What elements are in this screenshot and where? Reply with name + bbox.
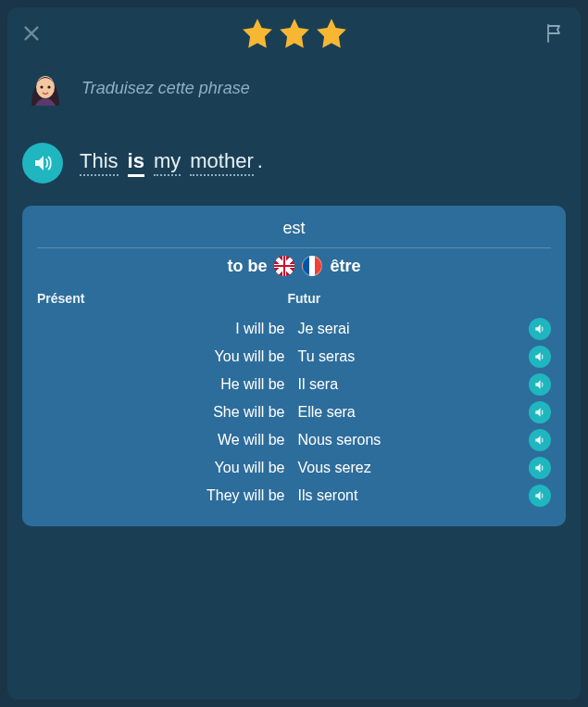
speaker-icon bbox=[31, 152, 54, 174]
avatar-image bbox=[22, 65, 69, 111]
play-conjugation-button[interactable] bbox=[529, 346, 551, 368]
svg-point-1 bbox=[36, 76, 55, 98]
speaker-icon bbox=[533, 378, 546, 391]
svg-point-2 bbox=[40, 85, 43, 88]
conjugation-french: Vous serez bbox=[294, 460, 530, 476]
conjugation-french: Nous serons bbox=[294, 432, 530, 448]
conjugation-row: She will beElle sera bbox=[37, 398, 551, 426]
conjugation-row: You will beTu seras bbox=[37, 343, 551, 371]
verb-target: être bbox=[330, 257, 360, 276]
modal-header bbox=[7, 7, 581, 59]
sentence-row: Thisismymother. bbox=[7, 111, 581, 200]
speaker-icon bbox=[533, 350, 546, 363]
tense-tab-present[interactable]: Présent bbox=[37, 291, 283, 306]
fr-flag-icon bbox=[302, 256, 322, 276]
tense-tab-future[interactable]: Futur bbox=[283, 291, 551, 306]
divider bbox=[37, 247, 551, 248]
speaker-icon bbox=[533, 434, 546, 447]
play-conjugation-button[interactable] bbox=[529, 485, 551, 507]
avatar bbox=[22, 65, 69, 111]
word-my[interactable]: my bbox=[154, 149, 181, 176]
play-conjugation-button[interactable] bbox=[529, 457, 551, 479]
verb-source: to be bbox=[227, 257, 267, 276]
word-popup: est to be être Présent Futur I will beJe… bbox=[22, 206, 566, 526]
play-conjugation-button[interactable] bbox=[529, 401, 551, 423]
word-this[interactable]: This bbox=[80, 149, 119, 176]
speaker-icon bbox=[533, 322, 546, 335]
conjugation-row: They will beIls seront bbox=[37, 482, 551, 510]
sentence: Thisismymother. bbox=[80, 149, 263, 177]
conjugation-english: I will be bbox=[37, 321, 294, 337]
exercise-modal: Traduisez cette phrase Thisismymother. e… bbox=[7, 7, 581, 700]
conjugation-row: We will beNous serons bbox=[37, 426, 551, 454]
speaker-icon bbox=[533, 406, 546, 419]
conjugation-english: We will be bbox=[37, 432, 294, 448]
svg-point-3 bbox=[47, 85, 50, 88]
punctuation: . bbox=[257, 149, 263, 173]
tense-tabs: Présent Futur bbox=[31, 285, 557, 315]
play-conjugation-button[interactable] bbox=[529, 318, 551, 340]
conjugation-english: You will be bbox=[37, 460, 294, 476]
star-icon bbox=[314, 16, 349, 51]
star-rating bbox=[240, 16, 349, 51]
close-icon bbox=[21, 23, 42, 44]
verb-infinitive-row: to be être bbox=[31, 256, 557, 285]
uk-flag-icon bbox=[274, 256, 294, 276]
speaker-icon bbox=[533, 461, 546, 474]
conjugation-english: You will be bbox=[37, 348, 294, 365]
star-icon bbox=[240, 16, 275, 51]
conjugation-french: Ils seront bbox=[294, 487, 530, 504]
close-button[interactable] bbox=[20, 22, 43, 44]
report-button[interactable] bbox=[542, 20, 568, 46]
conjugation-table: I will beJe seraiYou will beTu serasHe w… bbox=[31, 315, 557, 510]
conjugation-french: Elle sera bbox=[294, 404, 530, 421]
conjugation-english: She will be bbox=[37, 404, 294, 421]
conjugation-english: They will be bbox=[37, 487, 294, 504]
play-conjugation-button[interactable] bbox=[529, 429, 551, 451]
speaker-icon bbox=[533, 489, 546, 502]
conjugation-row: He will beIl sera bbox=[37, 371, 551, 398]
star-icon bbox=[277, 16, 312, 51]
play-conjugation-button[interactable] bbox=[529, 373, 551, 396]
conjugation-french: Il sera bbox=[294, 376, 530, 393]
word-mother[interactable]: mother bbox=[190, 149, 253, 176]
popup-word: est bbox=[31, 217, 557, 247]
conjugation-french: Tu seras bbox=[294, 348, 530, 365]
play-sentence-button[interactable] bbox=[22, 143, 63, 183]
conjugation-english: He will be bbox=[37, 376, 294, 393]
conjugation-row: I will beJe serai bbox=[37, 315, 551, 343]
conjugation-row: You will beVous serez bbox=[37, 454, 551, 482]
instruction-row: Traduisez cette phrase bbox=[7, 59, 581, 111]
instruction-text: Traduisez cette phrase bbox=[81, 79, 250, 98]
conjugation-french: Je serai bbox=[294, 321, 530, 337]
word-is[interactable]: is bbox=[128, 149, 144, 177]
flag-icon bbox=[544, 22, 566, 44]
